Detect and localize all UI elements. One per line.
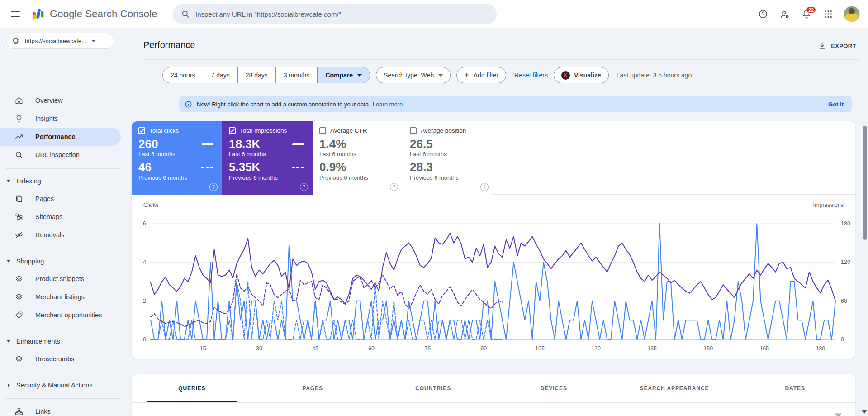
url-inspect-input[interactable] xyxy=(195,10,485,18)
apps-grid-icon xyxy=(823,9,833,19)
vertical-scrollbar-thumb[interactable] xyxy=(863,126,867,240)
hamburger-menu-icon[interactable] xyxy=(6,5,24,23)
google-apps-button[interactable] xyxy=(819,5,837,23)
svg-text:60: 60 xyxy=(841,298,847,304)
property-selector[interactable]: https://socialbrewcafe.... xyxy=(6,33,114,49)
svg-text:120: 120 xyxy=(591,345,601,352)
range-24-hours[interactable]: 24 hours xyxy=(163,67,203,83)
visualize-button[interactable]: K Visualize xyxy=(554,67,609,83)
sidebar-divider xyxy=(6,168,121,169)
url-inspect-search-bar[interactable] xyxy=(173,4,497,24)
dashed-line-legend xyxy=(200,167,213,168)
tab-countries[interactable]: COUNTRIES xyxy=(373,374,493,402)
dimensions-table-panel: QUERIESPAGESCOUNTRIESDEVICESSEARCH APPEA… xyxy=(132,374,855,416)
app-logo[interactable]: Google Search Console xyxy=(32,8,157,20)
tag-icon xyxy=(14,311,24,320)
add-filter-button[interactable]: + Add filter xyxy=(456,67,506,83)
metric-card-average-ctr[interactable]: Average CTR1.4%Last 6 months0.9%Previous… xyxy=(313,121,403,195)
layers-icon xyxy=(14,274,24,283)
tab-devices[interactable]: DEVICES xyxy=(493,374,614,402)
svg-text:4: 4 xyxy=(143,259,146,265)
home-icon xyxy=(14,96,24,105)
banner-text: New! Right-click the chart to add a cust… xyxy=(197,101,370,108)
sidebar-item-pages[interactable]: Pages xyxy=(0,190,121,208)
metric-help-icon[interactable]: ? xyxy=(300,183,308,191)
sidebar-item-links[interactable]: Links xyxy=(0,402,121,416)
filter-list-icon[interactable] xyxy=(834,411,843,416)
svg-text:150: 150 xyxy=(703,345,713,352)
metric-checkbox[interactable] xyxy=(410,127,417,134)
metric-card-total-impressions[interactable]: Total impressions18.3KLast 6 months5.35K… xyxy=(222,121,313,195)
range-28-days[interactable]: 28 days xyxy=(237,67,275,83)
eye-off-icon xyxy=(14,230,24,239)
header-divider xyxy=(143,59,859,60)
sidebar-item-breadcrumbs[interactable]: Breadcrumbs xyxy=(0,350,121,368)
tab-search-appearance[interactable]: SEARCH APPEARANCE xyxy=(614,374,735,402)
sidebar-section-enhancements[interactable]: Enhancements xyxy=(0,333,121,350)
tab-pages[interactable]: PAGES xyxy=(252,374,373,402)
reset-filters-link[interactable]: Reset filters xyxy=(514,72,548,79)
sidebar-item-overview[interactable]: Overview xyxy=(0,91,121,110)
svg-text:120: 120 xyxy=(841,259,850,265)
account-avatar[interactable] xyxy=(844,6,860,22)
range-3-months[interactable]: 3 months xyxy=(275,67,318,83)
search-type-filter[interactable]: Search type: Web xyxy=(376,67,451,83)
metric-card-total-clicks[interactable]: Total clicks260Last 6 months46Previous 6… xyxy=(132,121,222,195)
series-clicks-previous-6-months- xyxy=(151,282,503,339)
metric-help-icon[interactable]: ? xyxy=(390,183,398,191)
chevron-down-icon xyxy=(357,74,362,77)
metric-value-current: 260 xyxy=(138,138,158,150)
notification-badge: 22 xyxy=(806,6,816,14)
metric-card-average-position[interactable]: Average position26.5Last 6 months28.3Pre… xyxy=(403,121,493,195)
sidebar-section-shopping[interactable]: Shopping xyxy=(0,253,121,270)
sidebar-item-removals[interactable]: Removals xyxy=(0,226,121,244)
series-impressions-last-6-months- xyxy=(151,233,835,304)
sidebar-nav: OverviewInsightsPerformanceURL inspectio… xyxy=(0,91,121,416)
sidebar-item-merchant-listings[interactable]: Merchant listings xyxy=(0,288,121,306)
dimension-tabs: QUERIESPAGESCOUNTRIESDEVICESSEARCH APPEA… xyxy=(132,374,855,402)
sidebar-item-insights[interactable]: Insights xyxy=(0,110,121,128)
sidebar-section-indexing[interactable]: Indexing xyxy=(0,172,121,190)
sidebar-item-url-inspection[interactable]: URL inspection xyxy=(0,146,121,164)
layers-icon xyxy=(14,354,24,363)
tab-dates[interactable]: DATES xyxy=(735,374,855,402)
sidebar-item-performance[interactable]: Performance xyxy=(0,128,121,146)
info-icon xyxy=(185,100,192,108)
last-update-text: Last update: 3.5 hours ago xyxy=(617,72,692,79)
chevron-down-icon xyxy=(91,40,96,42)
metric-checkbox[interactable] xyxy=(319,127,326,134)
metric-help-icon[interactable]: ? xyxy=(209,183,218,191)
magnifier-icon xyxy=(14,150,24,159)
range-compare[interactable]: Compare xyxy=(317,67,370,83)
caret-down-icon xyxy=(6,259,11,263)
sidebar-item-merchant-opportunities[interactable]: Merchant opportunities xyxy=(0,306,121,324)
sidebar-item-product-snippets[interactable]: Product snippets xyxy=(0,270,121,288)
tab-queries[interactable]: QUERIES xyxy=(132,374,252,402)
help-button[interactable] xyxy=(754,5,772,23)
notifications-button[interactable]: 22 xyxy=(797,5,816,23)
table-toolbar xyxy=(132,403,855,416)
got-it-button[interactable]: Got it xyxy=(828,101,844,108)
metric-checkbox[interactable] xyxy=(229,127,236,134)
date-range-segmented-control: 24 hours7 days28 days3 monthsCompare xyxy=(162,67,370,83)
plus-icon: + xyxy=(464,71,470,80)
export-button[interactable]: EXPORT xyxy=(818,42,856,50)
metric-value-previous: 5.35K xyxy=(229,161,260,173)
sidebar-item-sitemaps[interactable]: Sitemaps xyxy=(0,208,121,226)
performance-line-chart[interactable]: 0246060120180153045607590105120135150165… xyxy=(132,210,855,356)
metric-help-icon[interactable]: ? xyxy=(480,183,489,191)
metric-value-previous: 0.9% xyxy=(319,161,346,173)
user-settings-button[interactable] xyxy=(776,5,794,23)
metric-value-current: 26.5 xyxy=(410,138,433,150)
metric-cards-row: Total clicks260Last 6 months46Previous 6… xyxy=(132,121,855,195)
svg-text:90: 90 xyxy=(480,345,487,352)
sidebar: https://socialbrewcafe.... OverviewInsig… xyxy=(0,28,121,416)
sidebar-section-security-manual-actions[interactable]: Security & Manual Actions xyxy=(0,377,121,394)
sidebar-divider xyxy=(6,398,121,399)
range-7-days[interactable]: 7 days xyxy=(203,67,237,83)
solid-line-legend xyxy=(202,143,213,145)
sidebar-divider xyxy=(6,329,121,329)
learn-more-link[interactable]: Learn more xyxy=(373,101,403,108)
metric-checkbox[interactable] xyxy=(138,127,145,134)
scrollbar-down-arrow[interactable] xyxy=(862,410,867,414)
